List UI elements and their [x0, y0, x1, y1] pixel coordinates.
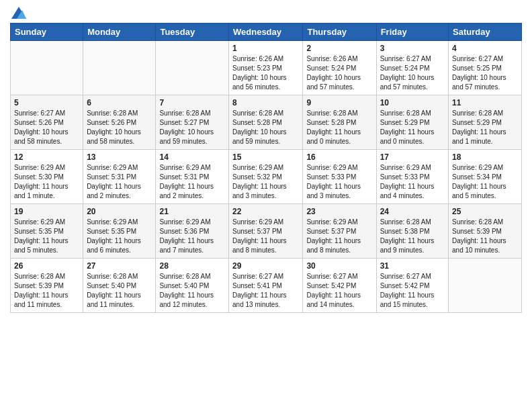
day-number: 29 [232, 261, 299, 271]
day-number: 24 [380, 207, 445, 216]
calendar-cell: 18Sunrise: 6:29 AM Sunset: 5:34 PM Dayli… [449, 150, 522, 204]
calendar-cell [449, 259, 522, 313]
day-info: Sunrise: 6:29 AM Sunset: 5:37 PM Dayligh… [232, 218, 299, 255]
calendar-header-sunday: Sunday [11, 24, 83, 41]
calendar-week-3: 12Sunrise: 6:29 AM Sunset: 5:30 PM Dayli… [11, 150, 522, 204]
day-info: Sunrise: 6:27 AM Sunset: 5:26 PM Dayligh… [14, 109, 79, 146]
day-info: Sunrise: 6:29 AM Sunset: 5:32 PM Dayligh… [232, 163, 299, 201]
day-info: Sunrise: 6:28 AM Sunset: 5:27 PM Dayligh… [159, 109, 225, 146]
calendar-cell: 2Sunrise: 6:26 AM Sunset: 5:24 PM Daylig… [303, 41, 376, 95]
calendar-cell: 16Sunrise: 6:29 AM Sunset: 5:33 PM Dayli… [303, 150, 376, 204]
calendar-week-1: 1Sunrise: 6:26 AM Sunset: 5:23 PM Daylig… [11, 41, 522, 95]
day-info: Sunrise: 6:29 AM Sunset: 5:31 PM Dayligh… [159, 163, 225, 201]
day-info: Sunrise: 6:29 AM Sunset: 5:33 PM Dayligh… [380, 163, 445, 201]
logo [10, 7, 26, 17]
day-number: 16 [306, 152, 372, 162]
day-number: 15 [232, 152, 299, 162]
calendar-cell: 24Sunrise: 6:28 AM Sunset: 5:38 PM Dayli… [376, 204, 448, 259]
day-info: Sunrise: 6:29 AM Sunset: 5:33 PM Dayligh… [306, 163, 372, 201]
calendar-cell: 22Sunrise: 6:29 AM Sunset: 5:37 PM Dayli… [229, 204, 303, 259]
calendar-cell: 25Sunrise: 6:28 AM Sunset: 5:39 PM Dayli… [449, 204, 522, 259]
logo-icon [11, 7, 26, 19]
calendar-cell: 27Sunrise: 6:28 AM Sunset: 5:40 PM Dayli… [83, 259, 156, 313]
calendar-cell: 20Sunrise: 6:29 AM Sunset: 5:35 PM Dayli… [83, 204, 156, 259]
day-info: Sunrise: 6:28 AM Sunset: 5:39 PM Dayligh… [14, 272, 79, 310]
day-number: 21 [159, 207, 225, 216]
calendar-cell: 30Sunrise: 6:27 AM Sunset: 5:42 PM Dayli… [303, 259, 376, 313]
day-number: 5 [14, 98, 79, 107]
day-info: Sunrise: 6:28 AM Sunset: 5:28 PM Dayligh… [232, 109, 299, 146]
day-number: 17 [380, 152, 445, 162]
day-info: Sunrise: 6:27 AM Sunset: 5:42 PM Dayligh… [306, 272, 372, 310]
day-number: 31 [380, 261, 445, 271]
calendar-cell: 21Sunrise: 6:29 AM Sunset: 5:36 PM Dayli… [156, 204, 229, 259]
day-info: Sunrise: 6:29 AM Sunset: 5:34 PM Dayligh… [452, 163, 518, 201]
calendar-week-2: 5Sunrise: 6:27 AM Sunset: 5:26 PM Daylig… [11, 95, 522, 150]
day-number: 11 [452, 98, 518, 107]
day-info: Sunrise: 6:28 AM Sunset: 5:28 PM Dayligh… [306, 109, 372, 146]
day-number: 12 [14, 152, 79, 162]
day-number: 7 [159, 98, 225, 107]
calendar-header-thursday: Thursday [303, 24, 376, 41]
day-info: Sunrise: 6:29 AM Sunset: 5:35 PM Dayligh… [87, 218, 152, 255]
day-number: 23 [306, 207, 372, 216]
day-number: 22 [232, 207, 299, 216]
calendar-cell: 31Sunrise: 6:27 AM Sunset: 5:42 PM Dayli… [376, 259, 448, 313]
calendar-cell [83, 41, 156, 95]
calendar-cell: 15Sunrise: 6:29 AM Sunset: 5:32 PM Dayli… [229, 150, 303, 204]
day-info: Sunrise: 6:28 AM Sunset: 5:39 PM Dayligh… [452, 218, 518, 255]
day-number: 28 [159, 261, 225, 271]
calendar-cell: 13Sunrise: 6:29 AM Sunset: 5:31 PM Dayli… [83, 150, 156, 204]
day-info: Sunrise: 6:28 AM Sunset: 5:40 PM Dayligh… [87, 272, 152, 310]
day-number: 19 [14, 207, 79, 216]
calendar-cell: 14Sunrise: 6:29 AM Sunset: 5:31 PM Dayli… [156, 150, 229, 204]
calendar-header-tuesday: Tuesday [156, 24, 229, 41]
day-info: Sunrise: 6:29 AM Sunset: 5:37 PM Dayligh… [306, 218, 372, 255]
calendar-cell: 23Sunrise: 6:29 AM Sunset: 5:37 PM Dayli… [303, 204, 376, 259]
day-info: Sunrise: 6:27 AM Sunset: 5:41 PM Dayligh… [232, 272, 299, 310]
day-number: 18 [452, 152, 518, 162]
day-number: 14 [159, 152, 225, 162]
calendar-cell: 9Sunrise: 6:28 AM Sunset: 5:28 PM Daylig… [303, 95, 376, 150]
calendar-header-monday: Monday [83, 24, 156, 41]
calendar-header-friday: Friday [376, 24, 448, 41]
day-info: Sunrise: 6:27 AM Sunset: 5:25 PM Dayligh… [452, 54, 518, 92]
day-number: 20 [87, 207, 152, 216]
day-number: 8 [232, 98, 299, 107]
calendar-cell: 3Sunrise: 6:27 AM Sunset: 5:24 PM Daylig… [376, 41, 448, 95]
calendar-header-wednesday: Wednesday [229, 24, 303, 41]
day-number: 25 [452, 207, 518, 216]
calendar-cell: 5Sunrise: 6:27 AM Sunset: 5:26 PM Daylig… [11, 95, 83, 150]
calendar-cell: 19Sunrise: 6:29 AM Sunset: 5:35 PM Dayli… [11, 204, 83, 259]
day-number: 4 [452, 44, 518, 53]
day-number: 30 [306, 261, 372, 271]
calendar-cell: 29Sunrise: 6:27 AM Sunset: 5:41 PM Dayli… [229, 259, 303, 313]
calendar-header-saturday: Saturday [449, 24, 522, 41]
day-info: Sunrise: 6:26 AM Sunset: 5:23 PM Dayligh… [232, 54, 299, 92]
calendar-cell: 4Sunrise: 6:27 AM Sunset: 5:25 PM Daylig… [449, 41, 522, 95]
day-number: 10 [380, 98, 445, 107]
day-info: Sunrise: 6:29 AM Sunset: 5:31 PM Dayligh… [87, 163, 152, 201]
day-info: Sunrise: 6:28 AM Sunset: 5:26 PM Dayligh… [87, 109, 152, 146]
day-number: 13 [87, 152, 152, 162]
day-number: 26 [14, 261, 79, 271]
day-info: Sunrise: 6:28 AM Sunset: 5:29 PM Dayligh… [452, 109, 518, 146]
page: SundayMondayTuesdayWednesdayThursdayFrid… [0, 0, 532, 411]
day-number: 1 [232, 44, 299, 53]
day-info: Sunrise: 6:27 AM Sunset: 5:24 PM Dayligh… [380, 54, 445, 92]
day-number: 27 [87, 261, 152, 271]
calendar-cell: 7Sunrise: 6:28 AM Sunset: 5:27 PM Daylig… [156, 95, 229, 150]
calendar-cell: 12Sunrise: 6:29 AM Sunset: 5:30 PM Dayli… [11, 150, 83, 204]
day-info: Sunrise: 6:26 AM Sunset: 5:24 PM Dayligh… [306, 54, 372, 92]
header [10, 7, 522, 17]
day-info: Sunrise: 6:28 AM Sunset: 5:40 PM Dayligh… [159, 272, 225, 310]
calendar-cell: 8Sunrise: 6:28 AM Sunset: 5:28 PM Daylig… [229, 95, 303, 150]
calendar-table: SundayMondayTuesdayWednesdayThursdayFrid… [10, 23, 522, 313]
calendar-cell: 1Sunrise: 6:26 AM Sunset: 5:23 PM Daylig… [229, 41, 303, 95]
calendar-cell: 17Sunrise: 6:29 AM Sunset: 5:33 PM Dayli… [376, 150, 448, 204]
day-number: 6 [87, 98, 152, 107]
day-info: Sunrise: 6:28 AM Sunset: 5:29 PM Dayligh… [380, 109, 445, 146]
day-info: Sunrise: 6:29 AM Sunset: 5:35 PM Dayligh… [14, 218, 79, 255]
day-info: Sunrise: 6:29 AM Sunset: 5:36 PM Dayligh… [159, 218, 225, 255]
day-number: 2 [306, 44, 372, 53]
